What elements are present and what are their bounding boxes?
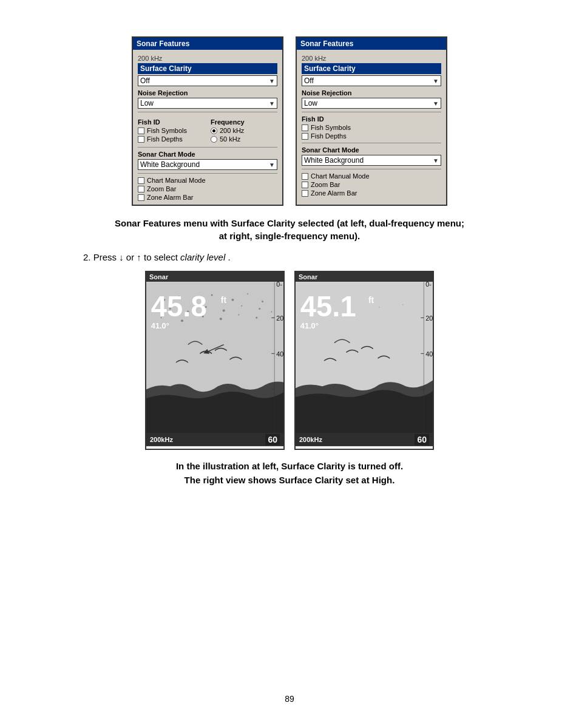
svg-text:40: 40 [425,350,433,358]
right-fish-symbols-label: Fish Symbols [311,124,351,131]
left-surface-clarity-dropdown[interactable]: Off ▼ [138,75,277,86]
left-sonar-bottom-depth: 60 [265,434,280,445]
page-number: 89 [285,682,294,704]
left-freq-200-row[interactable]: 200 kHz [211,127,277,134]
left-zone-alarm-label: Zone Alarm Bar [147,194,193,201]
svg-point-20 [256,317,257,319]
right-surface-clarity-arrow: ▼ [433,78,439,84]
right-sonar-body: 45.1 ft 41.0° 0- 20 40 200kHz 60 [296,282,433,446]
svg-text:ft: ft [368,296,374,305]
right-fish-symbols-row[interactable]: Fish Symbols [302,124,441,131]
right-menu-title: Sonar Features [297,38,446,50]
svg-text:0-: 0- [425,282,432,288]
svg-text:ft: ft [221,296,227,305]
svg-point-21 [271,311,272,313]
press-line-suffix: . [225,252,230,262]
left-zone-alarm-row[interactable]: Zone Alarm Bar [138,194,277,201]
left-menu-title: Sonar Features [133,38,282,50]
left-freq-50-row[interactable]: 50 kHz [211,135,277,143]
right-fish-depths-row[interactable]: Fish Depths [302,132,441,140]
svg-point-18 [220,318,222,320]
right-fish-symbols-checkbox[interactable] [302,124,308,131]
right-sonar-header: Sonar [296,272,433,282]
svg-point-5 [211,294,213,296]
left-sonar-chart-mode-label: Sonar Chart Mode [138,151,277,158]
left-surface-clarity-value: Off [140,77,150,85]
right-surface-clarity-value: Off [304,77,314,85]
left-freq-label: 200 kHz [138,55,277,62]
left-zone-alarm-checkbox[interactable] [138,194,144,201]
left-fish-symbols-label: Fish Symbols [147,127,187,134]
left-fish-id-label: Fish ID [138,118,205,126]
left-chart-manual-row[interactable]: Chart Manual Mode [138,177,277,184]
left-sonar-chart-mode-dropdown[interactable]: White Background ▼ [138,159,277,170]
press-line: 2. Press ↓ or ↑ to select clarity level … [83,252,496,262]
left-noise-rejection-dropdown[interactable]: Low ▼ [138,98,277,109]
press-line-italic: clarity level [180,252,225,262]
right-surface-clarity-dropdown[interactable]: Off ▼ [302,75,441,86]
svg-point-19 [238,314,239,315]
left-sonar-menu: Sonar Features 200 kHz Surface Clarity O… [132,36,283,206]
right-fish-id-label: Fish ID [302,115,441,123]
left-zoom-bar-row[interactable]: Zoom Bar [138,185,277,192]
left-freq-50-radio[interactable] [211,136,217,143]
svg-text:20: 20 [276,315,283,322]
right-fish-depths-checkbox[interactable] [302,133,308,140]
svg-point-12 [223,310,225,312]
right-zone-alarm-label: Zone Alarm Bar [311,189,357,197]
right-chart-manual-row[interactable]: Chart Manual Mode [302,172,441,180]
svg-point-14 [259,308,260,310]
right-noise-rejection-dropdown[interactable]: Low ▼ [302,98,441,109]
left-frequency-label: Frequency [211,118,277,126]
svg-point-6 [232,299,234,301]
bottom-caption: In the illustration at left, Surface Cla… [176,460,403,487]
right-freq-label: 200 kHz [302,55,441,62]
sonar-images-section: Sonar [145,271,434,450]
left-frequency-col: Frequency 200 kHz 50 kHz [211,115,277,144]
svg-text:41.0°: 41.0° [300,321,319,330]
left-freq-200-radio[interactable] [211,128,217,134]
right-zone-alarm-row[interactable]: Zone Alarm Bar [302,189,441,197]
left-sonar-svg: 45.8 ft 41.0° 0- 20 40 [146,282,283,446]
right-sonar-svg: 45.1 ft 41.0° 0- 20 40 [296,282,433,446]
right-zone-alarm-checkbox[interactable] [302,190,308,197]
svg-text:0-: 0- [276,282,282,288]
svg-text:45.1: 45.1 [300,290,356,322]
svg-text:40: 40 [276,350,283,358]
right-zoom-bar-checkbox[interactable] [302,182,308,188]
right-chart-manual-checkbox[interactable] [302,173,308,180]
left-sonar-screen: Sonar [145,271,285,450]
left-surface-clarity-arrow: ▼ [269,78,275,84]
right-sonar-menu: Sonar Features 200 kHz Surface Clarity O… [296,36,447,206]
left-noise-rejection-arrow: ▼ [269,100,275,107]
right-fish-id-col: Fish ID Fish Symbols Fish Depths [302,115,441,140]
bottom-caption-line1: In the illustration at left, Surface Cla… [176,460,403,474]
svg-text:41.0°: 41.0° [151,321,169,330]
left-fish-depths-row[interactable]: Fish Depths [138,135,205,143]
right-surface-clarity-label: Surface Clarity [302,63,441,74]
left-sonar-bottom-bar: 200kHz 60 [146,433,283,446]
left-zoom-bar-checkbox[interactable] [138,186,144,192]
svg-point-8 [262,301,263,302]
left-fish-symbols-row[interactable]: Fish Symbols [138,127,205,134]
right-sonar-chart-mode-value: White Background [304,156,364,165]
left-fish-symbols-checkbox[interactable] [138,128,144,134]
left-freq-50-label: 50 kHz [220,135,240,143]
svg-text:20: 20 [425,315,433,322]
right-sonar-bottom-bar: 200kHz 60 [296,433,433,446]
right-zoom-bar-row[interactable]: Zoom Bar [302,181,441,188]
left-sonar-header: Sonar [146,272,283,282]
left-chart-mode-arrow: ▼ [269,162,275,168]
left-noise-rejection-label: Noise Rejection [138,89,277,97]
svg-point-36 [379,307,380,308]
right-chart-mode-arrow: ▼ [433,157,439,164]
left-sonar-chart-mode-value: White Background [140,160,200,169]
right-sonar-chart-mode-dropdown[interactable]: White Background ▼ [302,155,441,166]
left-chart-manual-checkbox[interactable] [138,177,144,184]
right-sonar-screen: Sonar [294,271,434,450]
svg-point-13 [241,305,242,307]
left-fish-depths-checkbox[interactable] [138,136,144,143]
top-caption: Sonar Features menu with Surface Clarity… [113,217,466,242]
left-sonar-freq: 200kHz [150,436,173,443]
right-noise-rejection-label: Noise Rejection [302,89,441,97]
